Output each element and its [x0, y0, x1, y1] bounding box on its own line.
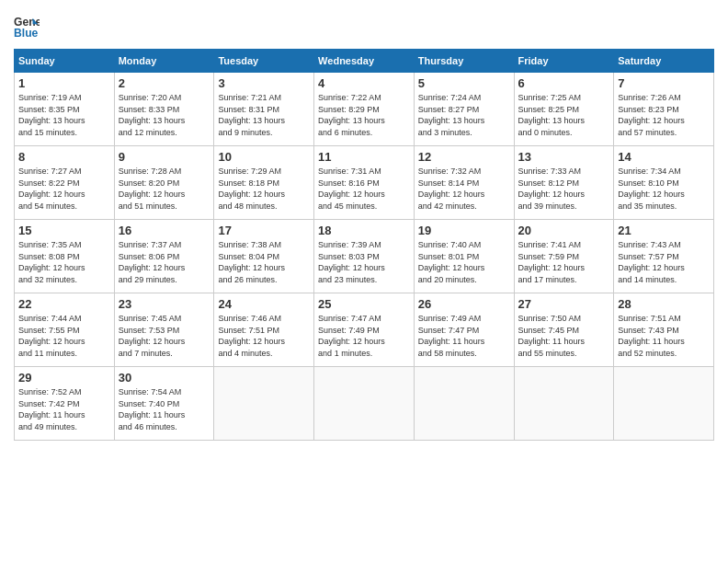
- calendar-cell: 24Sunrise: 7:46 AMSunset: 7:51 PMDayligh…: [214, 293, 314, 367]
- day-info: Sunrise: 7:44 AMSunset: 7:55 PMDaylight:…: [18, 313, 110, 359]
- calendar-table: SundayMondayTuesdayWednesdayThursdayFrid…: [14, 49, 714, 441]
- col-header-monday: Monday: [114, 50, 214, 73]
- calendar-cell: [614, 367, 714, 441]
- col-header-sunday: Sunday: [15, 50, 115, 73]
- day-info: Sunrise: 7:24 AMSunset: 8:27 PMDaylight:…: [418, 92, 510, 138]
- calendar-cell: 18Sunrise: 7:39 AMSunset: 8:03 PMDayligh…: [314, 220, 415, 293]
- day-info: Sunrise: 7:31 AMSunset: 8:16 PMDaylight:…: [318, 166, 410, 212]
- day-info: Sunrise: 7:39 AMSunset: 8:03 PMDaylight:…: [318, 239, 410, 285]
- day-number: 26: [418, 297, 510, 311]
- day-info: Sunrise: 7:54 AMSunset: 7:40 PMDaylight:…: [119, 386, 210, 432]
- calendar-cell: 12Sunrise: 7:32 AMSunset: 8:14 PMDayligh…: [414, 146, 514, 220]
- day-info: Sunrise: 7:49 AMSunset: 7:47 PMDaylight:…: [418, 313, 510, 359]
- calendar-cell: 11Sunrise: 7:31 AMSunset: 8:16 PMDayligh…: [314, 146, 415, 220]
- col-header-saturday: Saturday: [614, 50, 714, 73]
- day-info: Sunrise: 7:33 AMSunset: 8:12 PMDaylight:…: [518, 166, 610, 212]
- day-number: 4: [318, 76, 410, 90]
- day-number: 12: [418, 150, 510, 164]
- day-number: 8: [18, 150, 110, 164]
- day-number: 5: [418, 76, 510, 90]
- calendar-cell: 17Sunrise: 7:38 AMSunset: 8:04 PMDayligh…: [214, 220, 314, 293]
- calendar-cell: 21Sunrise: 7:43 AMSunset: 7:57 PMDayligh…: [614, 220, 714, 293]
- col-header-wednesday: Wednesday: [314, 50, 415, 73]
- calendar-cell: 10Sunrise: 7:29 AMSunset: 8:18 PMDayligh…: [214, 146, 314, 220]
- calendar-cell: 1Sunrise: 7:19 AMSunset: 8:35 PMDaylight…: [15, 73, 115, 146]
- calendar-week-4: 22Sunrise: 7:44 AMSunset: 7:55 PMDayligh…: [15, 293, 714, 367]
- day-number: 16: [119, 224, 210, 237]
- calendar-cell: 9Sunrise: 7:28 AMSunset: 8:20 PMDaylight…: [114, 146, 214, 220]
- day-number: 18: [318, 224, 410, 237]
- day-info: Sunrise: 7:40 AMSunset: 8:01 PMDaylight:…: [418, 239, 510, 285]
- logo: General Blue: [14, 14, 40, 40]
- day-info: Sunrise: 7:43 AMSunset: 7:57 PMDaylight:…: [618, 239, 710, 285]
- col-header-friday: Friday: [514, 50, 614, 73]
- day-number: 23: [119, 297, 210, 311]
- calendar-cell: 23Sunrise: 7:45 AMSunset: 7:53 PMDayligh…: [114, 293, 214, 367]
- day-number: 30: [119, 371, 210, 385]
- day-number: 25: [318, 297, 410, 311]
- calendar-cell: 16Sunrise: 7:37 AMSunset: 8:06 PMDayligh…: [114, 220, 214, 293]
- day-info: Sunrise: 7:37 AMSunset: 8:06 PMDaylight:…: [119, 239, 210, 285]
- day-number: 10: [218, 150, 310, 164]
- day-number: 2: [119, 76, 210, 90]
- day-info: Sunrise: 7:35 AMSunset: 8:08 PMDaylight:…: [18, 239, 110, 285]
- calendar-week-5: 29Sunrise: 7:52 AMSunset: 7:42 PMDayligh…: [15, 367, 714, 441]
- day-info: Sunrise: 7:47 AMSunset: 7:49 PMDaylight:…: [318, 313, 410, 359]
- calendar-cell: [314, 367, 415, 441]
- calendar-cell: 13Sunrise: 7:33 AMSunset: 8:12 PMDayligh…: [514, 146, 614, 220]
- calendar-cell: 30Sunrise: 7:54 AMSunset: 7:40 PMDayligh…: [114, 367, 214, 441]
- day-number: 13: [518, 150, 610, 164]
- calendar-cell: [514, 367, 614, 441]
- day-info: Sunrise: 7:26 AMSunset: 8:23 PMDaylight:…: [618, 92, 710, 138]
- day-number: 19: [418, 224, 510, 237]
- calendar-cell: 25Sunrise: 7:47 AMSunset: 7:49 PMDayligh…: [314, 293, 415, 367]
- day-number: 3: [218, 76, 310, 90]
- day-info: Sunrise: 7:22 AMSunset: 8:29 PMDaylight:…: [318, 92, 410, 138]
- day-number: 1: [18, 76, 110, 90]
- calendar-cell: [214, 367, 314, 441]
- calendar-cell: 8Sunrise: 7:27 AMSunset: 8:22 PMDaylight…: [15, 146, 115, 220]
- day-number: 6: [518, 76, 610, 90]
- day-number: 21: [618, 224, 710, 237]
- calendar-week-3: 15Sunrise: 7:35 AMSunset: 8:08 PMDayligh…: [15, 220, 714, 293]
- calendar-cell: [414, 367, 514, 441]
- day-number: 22: [18, 297, 110, 311]
- day-info: Sunrise: 7:52 AMSunset: 7:42 PMDaylight:…: [18, 386, 110, 432]
- col-header-tuesday: Tuesday: [214, 50, 314, 73]
- calendar-cell: 3Sunrise: 7:21 AMSunset: 8:31 PMDaylight…: [214, 73, 314, 146]
- calendar-cell: 22Sunrise: 7:44 AMSunset: 7:55 PMDayligh…: [15, 293, 115, 367]
- page-header: General Blue: [14, 14, 714, 40]
- day-number: 29: [18, 371, 110, 385]
- calendar-cell: 4Sunrise: 7:22 AMSunset: 8:29 PMDaylight…: [314, 73, 415, 146]
- calendar-cell: 27Sunrise: 7:50 AMSunset: 7:45 PMDayligh…: [514, 293, 614, 367]
- calendar-cell: 6Sunrise: 7:25 AMSunset: 8:25 PMDaylight…: [514, 73, 614, 146]
- day-info: Sunrise: 7:45 AMSunset: 7:53 PMDaylight:…: [119, 313, 210, 359]
- day-number: 17: [218, 224, 310, 237]
- day-number: 14: [618, 150, 710, 164]
- day-number: 24: [218, 297, 310, 311]
- day-info: Sunrise: 7:34 AMSunset: 8:10 PMDaylight:…: [618, 166, 710, 212]
- calendar-cell: 28Sunrise: 7:51 AMSunset: 7:43 PMDayligh…: [614, 293, 714, 367]
- day-number: 28: [618, 297, 710, 311]
- calendar-cell: 20Sunrise: 7:41 AMSunset: 7:59 PMDayligh…: [514, 220, 614, 293]
- calendar-cell: 26Sunrise: 7:49 AMSunset: 7:47 PMDayligh…: [414, 293, 514, 367]
- day-number: 9: [119, 150, 210, 164]
- day-number: 20: [518, 224, 610, 237]
- day-number: 7: [618, 76, 710, 90]
- day-info: Sunrise: 7:51 AMSunset: 7:43 PMDaylight:…: [618, 313, 710, 359]
- calendar-cell: 29Sunrise: 7:52 AMSunset: 7:42 PMDayligh…: [15, 367, 115, 441]
- day-number: 15: [18, 224, 110, 237]
- day-info: Sunrise: 7:20 AMSunset: 8:33 PMDaylight:…: [119, 92, 210, 138]
- calendar-cell: 19Sunrise: 7:40 AMSunset: 8:01 PMDayligh…: [414, 220, 514, 293]
- day-info: Sunrise: 7:28 AMSunset: 8:20 PMDaylight:…: [119, 166, 210, 212]
- day-info: Sunrise: 7:19 AMSunset: 8:35 PMDaylight:…: [18, 92, 110, 138]
- calendar-cell: 15Sunrise: 7:35 AMSunset: 8:08 PMDayligh…: [15, 220, 115, 293]
- day-info: Sunrise: 7:29 AMSunset: 8:18 PMDaylight:…: [218, 166, 310, 212]
- calendar-cell: 2Sunrise: 7:20 AMSunset: 8:33 PMDaylight…: [114, 73, 214, 146]
- day-info: Sunrise: 7:41 AMSunset: 7:59 PMDaylight:…: [518, 239, 610, 285]
- calendar-cell: 7Sunrise: 7:26 AMSunset: 8:23 PMDaylight…: [614, 73, 714, 146]
- day-number: 11: [318, 150, 410, 164]
- calendar-cell: 5Sunrise: 7:24 AMSunset: 8:27 PMDaylight…: [414, 73, 514, 146]
- svg-text:Blue: Blue: [14, 27, 39, 40]
- day-info: Sunrise: 7:27 AMSunset: 8:22 PMDaylight:…: [18, 166, 110, 212]
